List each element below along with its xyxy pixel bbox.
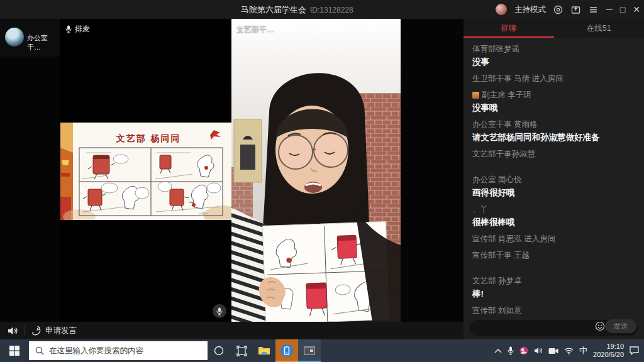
chat-input-bar: 发送 <box>464 317 644 339</box>
message-sender: 宣传部干事 王越 <box>472 250 635 261</box>
ime-indicator[interactable]: 中 <box>579 345 587 356</box>
meeting-title: 马院第六届学生会ID:13128228 <box>241 4 353 16</box>
message-sender: 生卫部干事 马倩 进入房间 <box>472 74 635 84</box>
participant-avatar <box>5 28 24 47</box>
message-sender: 副主席 李子玥 <box>472 90 635 101</box>
role-badge-icon <box>472 92 479 99</box>
raise-hand-button[interactable]: 申请发言 <box>31 326 77 336</box>
message-sender: 文艺部干事孙淑慧 <box>472 149 635 160</box>
message-text: 棒! <box>472 288 635 300</box>
message-text: 请文艺部杨同同和孙淑慧做好准备 <box>472 132 635 143</box>
share-screen-icon[interactable] <box>571 4 581 14</box>
tray-camera-icon[interactable] <box>548 348 558 354</box>
close-button[interactable]: ✕ <box>633 4 640 14</box>
settings-icon[interactable] <box>553 4 564 14</box>
message-sender: 宣传部 肖思泓 进入房间 <box>472 234 635 244</box>
emoji-icon[interactable] <box>595 321 605 331</box>
svg-text:—完—: —完— <box>199 211 208 216</box>
chat-message: 文艺部 孙梦卓棒! <box>472 276 635 300</box>
message-text: 没事 <box>472 57 635 68</box>
message-sender: 办公室干事 黄雨格 <box>472 119 635 130</box>
chat-message: 、丫很棒很棒哦 <box>472 204 635 228</box>
art-dept-name-text: 文艺部干… <box>236 24 274 35</box>
windows-logo-icon <box>9 346 19 356</box>
tray-app-icon[interactable] <box>519 346 528 355</box>
tray-speaker-icon[interactable] <box>534 347 543 354</box>
stage-control-bar: 申请发言 <box>0 322 464 339</box>
file-explorer-icon[interactable] <box>253 339 275 362</box>
chat-message: 办公室 闻心悦画得很好哦 <box>472 175 635 199</box>
meeting-app-taskbar-icon[interactable] <box>275 339 298 362</box>
start-button[interactable] <box>0 339 29 362</box>
tray-microphone-icon[interactable] <box>508 346 514 355</box>
message-text: 没事哦 <box>472 102 635 114</box>
chat-info-line: 宣传部干事 王越 <box>472 250 635 261</box>
clock-date: 2020/6/20 <box>593 351 624 359</box>
tray-wifi-icon[interactable] <box>564 348 574 354</box>
microphone-icon <box>65 25 72 33</box>
maximize-button[interactable]: □ <box>620 4 625 14</box>
send-button[interactable]: 发送 <box>605 319 636 333</box>
search-icon <box>35 346 44 355</box>
chat-messages[interactable]: 体育部张梦谣没事生卫部干事 马倩 进入房间副主席 李子玥没事哦办公室干事 黄雨格… <box>464 38 644 317</box>
menu-icon[interactable] <box>589 4 599 14</box>
action-center-icon[interactable] <box>630 346 639 355</box>
chat-message: 体育部张梦谣没事 <box>472 44 635 68</box>
taskbar-search[interactable]: 在这里输入你要搜索的内容 <box>29 341 208 360</box>
message-sender: 体育部张梦谣 <box>472 44 635 55</box>
webcam-video <box>231 19 401 322</box>
message-sender: 办公室 闻心悦 <box>472 175 635 185</box>
tile-mic-status-icon <box>213 304 226 318</box>
tray-expand-icon[interactable] <box>494 348 502 353</box>
meeting-id: ID:13128228 <box>310 6 353 14</box>
raise-hand-icon <box>31 326 42 336</box>
tab-group-chat[interactable]: 群聊 <box>464 19 554 38</box>
mic-queue-text: 排麦 <box>75 24 90 35</box>
taskbar-clock[interactable]: 19:10 2020/6/20 <box>593 343 624 359</box>
mic-queue-label: 排麦 <box>65 24 90 35</box>
message-text: 画得很好哦 <box>472 187 635 199</box>
raise-hand-label: 申请发言 <box>45 326 77 336</box>
chat-message: 宣传部 刘如意棒 <box>472 305 635 317</box>
art-dept-label: 文艺部干… <box>236 24 274 35</box>
message-sender: 、丫 <box>472 204 635 215</box>
meeting-app-window: 马院第六届学生会ID:13128228 主持模式 ─ □ ✕ 办公室干… <box>0 0 644 362</box>
host-avatar <box>496 4 507 15</box>
video-tile-office[interactable]: 办公室干… <box>0 19 60 57</box>
video-stage: 办公室干… 排麦 <box>0 19 464 339</box>
message-text: 很棒很棒哦 <box>472 217 635 228</box>
cortana-icon[interactable] <box>208 339 230 362</box>
speaker-button[interactable] <box>8 326 18 336</box>
chat-panel: 群聊 在线51 体育部张梦谣没事生卫部干事 马倩 进入房间副主席 李子玥没事哦办… <box>464 19 644 339</box>
chat-message: 副主席 李子玥没事哦 <box>472 90 635 114</box>
minimize-button[interactable]: ─ <box>606 4 613 14</box>
host-mode-label: 主持模式 <box>514 4 546 15</box>
message-sender: 宣传部 刘如意 <box>472 305 635 316</box>
video-tile-mic-queue[interactable]: 排麦 文艺部 杨同同 <box>60 19 231 322</box>
chat-info-line: 宣传部 肖思泓 进入房间 <box>472 234 635 244</box>
titlebar: 马院第六届学生会ID:13128228 主持模式 ─ □ ✕ <box>0 0 644 19</box>
control-divider <box>25 326 25 335</box>
meeting-name: 马院第六届学生会 <box>241 5 306 14</box>
windows-taskbar: 在这里输入你要搜索的内容 <box>0 339 644 362</box>
chat-info-line: 文艺部干事孙淑慧 <box>472 149 635 160</box>
video-tile-art-dept[interactable]: 文艺部干… <box>231 19 401 322</box>
system-tray: 中 19:10 2020/6/20 <box>494 339 644 362</box>
message-sender: 文艺部 孙梦卓 <box>472 276 635 287</box>
participant-name: 办公室干… <box>27 33 60 52</box>
tab-online-members[interactable]: 在线51 <box>554 19 644 38</box>
slide-title-text: 文艺部 杨同同 <box>116 133 181 143</box>
chat-tab-bar: 群聊 在线51 <box>464 19 644 38</box>
clock-time: 19:10 <box>593 343 624 351</box>
task-view-icon[interactable] <box>230 339 253 362</box>
chat-message: 办公室干事 黄雨格请文艺部杨同同和孙淑慧做好准备 <box>472 119 635 143</box>
search-placeholder-text: 在这里输入你要搜索的内容 <box>49 346 143 356</box>
open-window-taskbar-icon[interactable] <box>298 339 321 362</box>
shared-comic-slide: 文艺部 杨同同 <box>60 123 231 220</box>
chat-info-line: 生卫部干事 马倩 进入房间 <box>472 74 635 84</box>
